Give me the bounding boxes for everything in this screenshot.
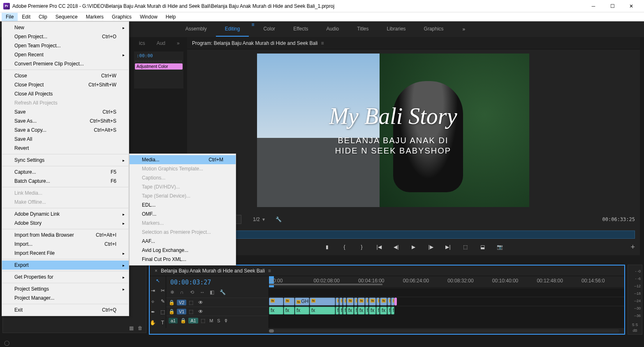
- go-to-out-icon[interactable]: ▶|: [445, 243, 452, 251]
- extract-icon[interactable]: ⬓: [479, 243, 486, 251]
- video-clip[interactable]: fx: [284, 298, 294, 305]
- program-preview[interactable]: My Bali Story BELANJA BAJU ANAK DI HIDE …: [257, 54, 529, 207]
- menu-item-project-settings[interactable]: Project Settings▸: [2, 284, 129, 293]
- track-toggle-icon[interactable]: ⬚: [189, 300, 195, 305]
- eye-icon[interactable]: 👁: [197, 309, 204, 314]
- add-marker-icon[interactable]: ▮: [324, 243, 331, 251]
- step-back-icon[interactable]: ◀|: [393, 243, 400, 251]
- menu-item-convert-premiere-clip-project[interactable]: Convert Premiere Clip Project...: [2, 59, 129, 68]
- audio-clip[interactable]: fx: [380, 307, 387, 314]
- menu-item-new[interactable]: New▸: [2, 23, 129, 32]
- video-clip[interactable]: fx: [354, 298, 357, 305]
- solo-s[interactable]: S: [216, 318, 221, 323]
- chevron-down-icon[interactable]: ▾: [262, 217, 265, 222]
- menu-item-exit[interactable]: ExitCtrl+Q: [2, 305, 129, 314]
- menu-item-close-all-projects[interactable]: Close All Projects: [2, 89, 129, 98]
- menu-item-adobe-story[interactable]: Adobe Story▸: [2, 219, 129, 228]
- audio-clip[interactable]: fx: [358, 307, 365, 314]
- menu-item-final-cut-pro-xml[interactable]: Final Cut Pro XML...: [130, 255, 236, 264]
- audio-clip[interactable]: fx: [310, 307, 335, 314]
- video-clip[interactable]: fx: [336, 298, 339, 305]
- magnet-icon[interactable]: ∩: [180, 289, 186, 295]
- lock-icon[interactable]: 🔒: [169, 309, 174, 314]
- cloud-sync-icon[interactable]: ◯: [4, 340, 9, 346]
- close-sequence-icon[interactable]: ×: [155, 268, 158, 274]
- menu-window[interactable]: Window: [136, 13, 162, 21]
- video-clip[interactable]: fx: [376, 298, 380, 305]
- razor-tool-icon[interactable]: ⟐: [149, 298, 157, 305]
- audio-clip[interactable]: fx: [369, 307, 376, 314]
- timeline-ruler[interactable]: ;00:0000:02:08:0000:04:16:0000:06:24:000…: [269, 276, 624, 288]
- menu-item-batch-capture[interactable]: Batch Capture...F6: [2, 177, 129, 186]
- audio-clip[interactable]: fx: [354, 307, 357, 314]
- menu-item-edl[interactable]: EDL...: [130, 200, 236, 210]
- tab-fragment-2[interactable]: Aud: [153, 39, 169, 48]
- menu-item-import[interactable]: Import...Ctrl+I: [2, 240, 129, 249]
- adjustment-clip[interactable]: Adjustment Color: [135, 63, 183, 70]
- audio-clip[interactable]: fx: [365, 307, 368, 314]
- mute-m[interactable]: M: [209, 318, 214, 323]
- menu-sequence[interactable]: Sequence: [51, 13, 82, 21]
- horizontal-scrollbar[interactable]: [269, 329, 619, 333]
- eye-icon[interactable]: 👁: [197, 300, 204, 305]
- settings-icon[interactable]: 🔧: [220, 289, 225, 295]
- track-name-v2[interactable]: V2: [177, 300, 186, 305]
- video-clip[interactable]: fx: [380, 298, 387, 305]
- menu-item-open-project[interactable]: Open Project...Ctrl+O: [2, 32, 129, 41]
- track-name-v1[interactable]: V1: [177, 309, 186, 314]
- go-to-in-icon[interactable]: |◀: [375, 243, 383, 251]
- menu-item-avid-log-exchange[interactable]: Avid Log Exchange...: [130, 246, 236, 255]
- workspace-overflow-icon[interactable]: »: [460, 24, 468, 35]
- marker-span-icon[interactable]: ↔: [200, 289, 206, 295]
- track-header-v2[interactable]: 🔒 V2 ⬚ 👁: [166, 298, 269, 307]
- rectangle-tool-icon[interactable]: ⬚: [159, 308, 167, 316]
- video-clip[interactable]: fx: [391, 298, 394, 305]
- video-clip[interactable]: fx: [310, 298, 335, 305]
- video-clip[interactable]: fxGH01: [295, 298, 309, 305]
- video-clip[interactable]: fx: [369, 298, 376, 305]
- audio-clip[interactable]: fx: [284, 307, 294, 314]
- menu-item-close-project[interactable]: Close ProjectCtrl+Shift+W: [2, 80, 129, 89]
- workspace-tab-graphics[interactable]: Graphics: [415, 22, 453, 37]
- solo-buttons[interactable]: S S: [628, 323, 642, 327]
- video-clip[interactable]: fx: [387, 298, 391, 305]
- trash-icon[interactable]: 🗑: [138, 325, 143, 331]
- menu-item-project-manager[interactable]: Project Manager...: [2, 293, 129, 303]
- menu-graphics[interactable]: Graphics: [108, 13, 136, 21]
- lift-icon[interactable]: ⬚: [462, 243, 469, 251]
- menu-item-aaf[interactable]: AAF...: [130, 237, 236, 246]
- step-forward-icon[interactable]: |▶: [427, 243, 435, 251]
- menu-item-import-from-media-browser[interactable]: Import from Media BrowserCtrl+Alt+I: [2, 231, 129, 240]
- panel-menu-icon[interactable]: ≡: [321, 40, 324, 46]
- menu-item-media[interactable]: Media...Ctrl+M: [130, 155, 236, 164]
- track-header-v1[interactable]: 🔒 V1 ⬚ 👁: [166, 307, 269, 316]
- track-header-a1[interactable]: a1 🔒 A1 ⬚ M S 🎙: [166, 316, 269, 325]
- audio-clip[interactable]: fx: [376, 307, 380, 314]
- tool5-icon[interactable]: ◧: [210, 289, 215, 295]
- snap-icon[interactable]: ❄: [170, 289, 176, 295]
- new-bin-icon[interactable]: ▦: [129, 325, 134, 331]
- settings-wrench-icon[interactable]: 🔧: [276, 217, 282, 222]
- track-name-a1[interactable]: A1: [188, 318, 198, 324]
- menu-item-sync-settings[interactable]: Sync Settings▸: [2, 156, 129, 165]
- menu-item-get-properties-for[interactable]: Get Properties for▸: [2, 272, 129, 282]
- timeline-menu-icon[interactable]: ≡: [268, 268, 271, 274]
- tab-fragment-1[interactable]: ics: [136, 39, 148, 48]
- track-a1[interactable]: fxfxfxfxfxfxfxfxfxfxfxfxfxfxfxfx: [269, 306, 624, 315]
- export-frame-icon[interactable]: 📷: [496, 243, 504, 251]
- timeline-timecode[interactable]: 00:00:03:27: [166, 276, 269, 289]
- audio-clip[interactable]: fx: [336, 307, 339, 314]
- video-clip[interactable]: fx: [358, 298, 365, 305]
- audio-clip[interactable]: fx: [339, 307, 343, 314]
- record-mic-icon[interactable]: 🎙: [224, 318, 229, 323]
- menu-item-adobe-dynamic-link[interactable]: Adobe Dynamic Link▸: [2, 210, 129, 219]
- track-v1[interactable]: fxfxfxGH01fxfxfxfxfxfxfxfxfxfxfxfxfx: [269, 297, 624, 306]
- mark-in-icon[interactable]: {: [341, 243, 348, 251]
- work-area-bar[interactable]: [269, 284, 382, 285]
- program-timebar[interactable]: [192, 231, 635, 239]
- audio-clip[interactable]: fx: [391, 307, 394, 314]
- video-clip[interactable]: fx: [343, 298, 346, 305]
- type-tool-icon[interactable]: T: [159, 319, 167, 326]
- menu-edit[interactable]: Edit: [18, 13, 35, 21]
- tab-overflow-icon[interactable]: »: [174, 39, 183, 48]
